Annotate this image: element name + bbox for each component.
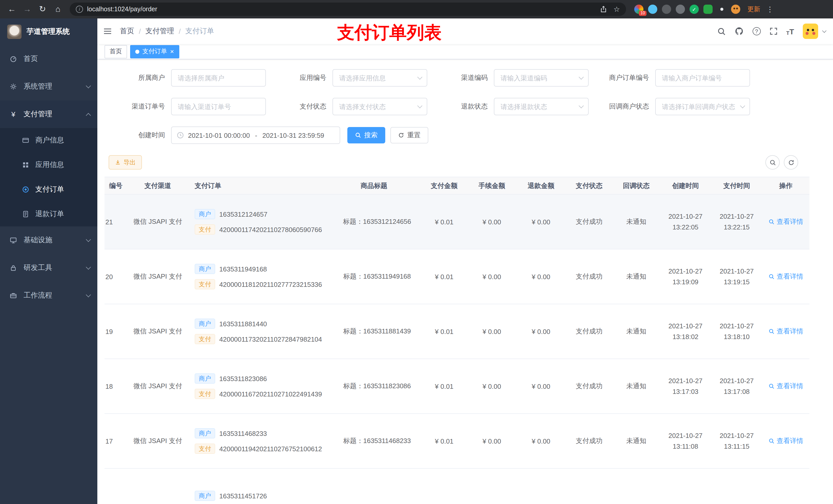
export-button[interactable]: 导出: [109, 155, 142, 170]
sidebar-item-infrastructure[interactable]: 基础设施: [0, 226, 97, 254]
extension-icon-2[interactable]: [648, 5, 657, 14]
home-button[interactable]: ⌂: [51, 3, 65, 16]
create-time-cell: 2021-10-2713:11:08: [660, 414, 711, 469]
extension-icon-6[interactable]: [704, 5, 713, 14]
extension-icon-4[interactable]: [676, 5, 685, 14]
sidebar-item-dev-tools[interactable]: 研发工具: [0, 254, 97, 282]
toggle-search-button[interactable]: [765, 155, 780, 170]
notify-status-cell: 未通知: [613, 249, 660, 304]
notify-status-cell: 未通知: [613, 194, 660, 249]
table-header-row: 编号 支付渠道 支付订单 商品标题 支付金额 手续金额 退款金额 支付状态 回调…: [104, 177, 809, 194]
profile-avatar-icon[interactable]: [731, 5, 740, 14]
pay-order-cell: 商户1635311451726: [189, 469, 327, 504]
refund-status-input[interactable]: [494, 98, 589, 115]
extension-icon-7[interactable]: [717, 5, 727, 14]
fee-amount-cell: ¥ 0.00: [467, 249, 516, 304]
callback-status-input[interactable]: [655, 98, 750, 115]
create-time-cell: 2021-10-2713:22:05: [660, 194, 711, 249]
fullscreen-icon[interactable]: [769, 27, 778, 35]
view-detail-link[interactable]: 查看详情: [768, 327, 803, 336]
create-date: 2021-10-27: [660, 211, 711, 222]
refresh-table-button[interactable]: [784, 155, 798, 170]
refund-status-select: [494, 98, 589, 115]
product-title-cell: 标题：1635311881439: [327, 304, 421, 359]
extension-icon-3[interactable]: [662, 5, 671, 14]
refund-amount-cell: ¥ 0.00: [516, 194, 566, 249]
order-row: 17微信 JSAPI 支付商户1635311468233支付4200001194…: [104, 414, 809, 469]
extension-icon-5[interactable]: ✓: [690, 5, 699, 14]
browser-menu-icon[interactable]: ⋮: [766, 5, 774, 13]
date-range-input[interactable]: 2021-10-01 00:00:00 - 2021-10-31 23:59:5…: [171, 126, 340, 144]
create-date: 2021-10-27: [660, 266, 711, 277]
bookmark-star-icon[interactable]: ☆: [614, 5, 620, 13]
pay-clock: 13:17:08: [711, 386, 762, 397]
view-detail-link[interactable]: 查看详情: [768, 436, 803, 446]
view-detail-link[interactable]: 查看详情: [768, 382, 803, 391]
action-cell: 查看详情: [762, 359, 809, 414]
extension-icon-1[interactable]: 10: [634, 5, 643, 14]
view-detail-link[interactable]: 查看详情: [768, 217, 803, 226]
pay-clock: 13:22:15: [711, 222, 762, 233]
merchant-order-no-input[interactable]: [655, 69, 750, 87]
app-logo: 芋道管理系统: [0, 19, 97, 45]
clock-icon: [177, 131, 184, 139]
extension-area: 10 ✓: [634, 5, 740, 14]
back-button[interactable]: ←: [5, 3, 19, 16]
channel-order-no-input[interactable]: [171, 98, 266, 115]
channel-code-input[interactable]: [494, 69, 589, 87]
search-icon[interactable]: [717, 27, 726, 35]
action-cell: 查看详情: [762, 194, 809, 249]
order-id-cell: [104, 469, 127, 504]
sidebar-item-pay-order[interactable]: 支付订单: [0, 177, 97, 202]
breadcrumb-home[interactable]: 首页: [120, 27, 134, 36]
view-detail-link[interactable]: 查看详情: [768, 272, 803, 281]
merchant-order-line: 商户1635311823086: [195, 374, 327, 384]
font-size-icon[interactable]: TT: [786, 27, 794, 35]
app-select-input[interactable]: [332, 69, 427, 87]
order-row: 21微信 JSAPI 支付商户1635312124657支付4200001174…: [104, 194, 809, 249]
sidebar-item-label: 商户信息: [35, 136, 64, 145]
filter-label: 渠道编码: [432, 73, 488, 82]
help-icon[interactable]: ?: [752, 27, 761, 35]
col-header-pay-time: 支付时间: [711, 177, 762, 194]
target-icon: [22, 186, 30, 193]
avatar-caret-icon[interactable]: [822, 28, 827, 33]
sidebar-item-system[interactable]: 系统管理: [0, 73, 97, 100]
pay-tag: 支付: [195, 334, 215, 344]
tab-pay-order[interactable]: 支付订单 ×: [130, 45, 179, 58]
site-info-icon[interactable]: i: [76, 6, 83, 13]
reset-button[interactable]: 重置: [390, 127, 428, 143]
col-header-title: 商品标题: [327, 177, 421, 194]
view-detail-label: 查看详情: [777, 272, 803, 281]
share-icon[interactable]: [600, 6, 607, 13]
merchant-order-no: 1635311949168: [219, 265, 267, 273]
order-id-cell: 19: [104, 304, 127, 359]
refund-amount-cell: ¥ 0.00: [516, 249, 566, 304]
merchant-tag: 商户: [195, 374, 215, 384]
sidebar-item-home[interactable]: 首页: [0, 45, 97, 73]
sidebar-item-workflow[interactable]: 工作流程: [0, 282, 97, 309]
view-detail-label: 查看详情: [777, 436, 803, 446]
user-avatar[interactable]: [803, 24, 818, 39]
sidebar-item-merchant-info[interactable]: 商户信息: [0, 128, 97, 153]
sidebar-item-refund-order[interactable]: 退款订单: [0, 202, 97, 226]
merchant-input[interactable]: [171, 69, 266, 87]
browser-update-button[interactable]: 更新: [747, 5, 760, 14]
close-icon[interactable]: ×: [170, 48, 174, 55]
pay-status-cell: 支付成功: [566, 194, 613, 249]
forward-button[interactable]: →: [21, 3, 34, 16]
url-bar[interactable]: i localhost:1024/pay/order ☆: [70, 3, 626, 16]
breadcrumb-section[interactable]: 支付管理: [145, 27, 174, 36]
search-button[interactable]: 搜索: [347, 127, 385, 143]
pay-tag: 支付: [195, 279, 215, 289]
reload-button[interactable]: ↻: [36, 3, 49, 16]
github-icon[interactable]: [734, 27, 744, 36]
url-text[interactable]: localhost:1024/pay/order: [87, 6, 157, 13]
sidebar-item-app-info[interactable]: 应用信息: [0, 153, 97, 177]
sidebar-item-payment[interactable]: ¥ 支付管理: [0, 100, 97, 128]
chevron-down-icon: [86, 292, 91, 297]
pay-status-input[interactable]: [332, 98, 427, 115]
tab-home[interactable]: 首页: [104, 45, 127, 58]
pay-tag: 支付: [195, 224, 215, 235]
hamburger-icon[interactable]: [97, 19, 118, 44]
